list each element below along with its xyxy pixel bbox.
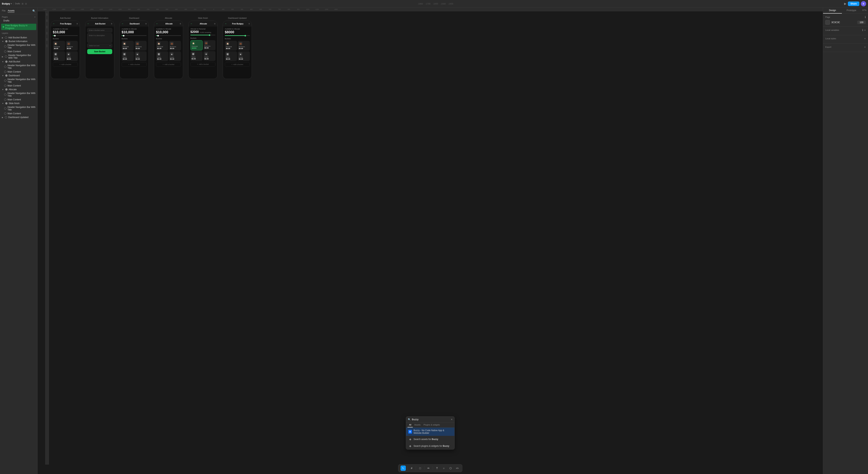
code-tool[interactable]: </> [455, 466, 460, 471]
add-bucket-button[interactable]: +Add a bucket [156, 62, 181, 67]
icon-select-field[interactable]: Select an icon ▾ [87, 43, 112, 48]
save-bucket-button[interactable]: Save Bucket [87, 49, 112, 54]
slider-thumb[interactable] [245, 35, 246, 36]
rect-tool[interactable]: □ [417, 466, 423, 471]
search-input[interactable] [412, 418, 450, 421]
bucket-card[interactable]: ◈Invest$0.00 [204, 51, 216, 61]
bucket-card[interactable]: 🖼Taxes$0.00 [190, 51, 203, 61]
tab-prototype[interactable]: Prototype [842, 7, 861, 13]
local-styles-add-icon[interactable]: + [864, 37, 866, 40]
page-drafts[interactable]: Drafts [2, 19, 35, 23]
bucket-card[interactable]: 🏠Personal$0.00 [122, 41, 134, 51]
search-tab-plugins[interactable]: Plugins & widgets [422, 422, 441, 428]
bucket-card-personal[interactable]: 🏠 Personal $0.00 [53, 41, 65, 51]
slider-track[interactable] [122, 35, 147, 36]
phone-screen[interactable]: ← Allocate ≡ Allocate to Personal $2000 … [188, 21, 217, 79]
slider-thumb[interactable] [123, 35, 124, 36]
export-add-icon[interactable]: + [864, 45, 866, 49]
component-tool[interactable]: ⬡ [448, 466, 453, 471]
back-icon[interactable]: ← [225, 22, 227, 25]
phone-screen[interactable]: ← Allocate ≡ Available to Allocate $10,0… [154, 21, 183, 79]
layer-icon [4, 98, 6, 101]
bucket-name-field[interactable]: Enter a bucket name [87, 28, 112, 33]
phone-screen[interactable]: ← Add Bucket ≡ Enter a bucket name Enter… [85, 21, 114, 79]
menu-icon[interactable]: ≡ [145, 22, 147, 25]
page-color-value[interactable]: 3C3C3C [831, 21, 856, 24]
slider-thumb[interactable] [209, 34, 210, 36]
slider-track[interactable] [225, 35, 250, 36]
add-bucket-button[interactable]: +Add a bucket [190, 62, 215, 66]
bucket-card[interactable]: 💼Business$0.00 [204, 40, 216, 51]
page-color-swatch[interactable] [825, 20, 830, 25]
bucket-card[interactable]: 🖼Taxes$0.00 [156, 51, 168, 61]
menu-icon[interactable]: ≡ [214, 22, 215, 25]
tab-design[interactable]: Design [823, 7, 842, 13]
pen-tool[interactable]: ✏ [426, 466, 431, 471]
back-icon[interactable]: ← [122, 22, 124, 25]
local-variables-info-icon[interactable]: ℹ [862, 29, 863, 32]
bucket-card-invest[interactable]: ◈ Invest $0.00 [66, 51, 78, 61]
back-icon[interactable]: ← [156, 22, 158, 25]
bucket-card[interactable]: 💼Business$0.00 [169, 41, 181, 51]
balance-amount: $10,000 [53, 30, 78, 34]
play-icon[interactable]: ▶ [844, 2, 846, 5]
cursor-tool[interactable]: ↖ [401, 466, 406, 471]
bucket-card[interactable]: ◈Invest$0.00 [134, 51, 147, 61]
search-tab-assets[interactable]: Assets [413, 422, 422, 428]
bucket-card[interactable]: 🖼Taxes$0.00 [122, 51, 134, 61]
bucket-card[interactable]: 🖼Taxes$0.00 [225, 51, 237, 61]
zoom-level[interactable]: 67% [861, 7, 868, 13]
slider-track[interactable] [190, 35, 215, 35]
bucket-card-selected[interactable]: 🏠Personal$2000 [190, 40, 203, 51]
bucket-card[interactable]: 🏠Personal$0.00 [156, 41, 168, 51]
phone-screen[interactable]: ← Free Budgey ≡ Available to Allocate $8… [223, 21, 252, 79]
add-page-button[interactable]: + [34, 16, 35, 18]
menu-icon[interactable]: ≡ [248, 22, 250, 25]
back-icon[interactable]: ← [87, 22, 90, 25]
brand-name[interactable]: Budgey ▾ [2, 2, 12, 5]
bucket-card[interactable]: 🏠Personal$0.00 [225, 41, 237, 51]
bucket-card[interactable]: ◈Invest$0.00 [169, 51, 181, 61]
share-button[interactable]: Share [848, 1, 859, 6]
search-clear-button[interactable]: ✕ [451, 418, 453, 421]
add-bucket-button[interactable]: + Add a bucket [53, 62, 78, 67]
comment-tool[interactable]: ○ [441, 466, 446, 471]
frame-tool[interactable]: # [409, 466, 414, 471]
phone-screen[interactable]: ← Dashboard ≡ Available to Allocate $10,… [120, 21, 149, 79]
menu-icon[interactable]: ≡ [111, 22, 112, 25]
search-result-plugins[interactable]: ◈ Search plugins & widgets for Buzzy [406, 443, 455, 449]
bucket-card-taxes[interactable]: 🖼 Taxes $0.00 [53, 51, 65, 61]
bucket-card[interactable]: ◈Invest$0.00 [238, 51, 250, 61]
page-opacity-input[interactable] [857, 21, 866, 24]
search-icon[interactable]: 🔍 [32, 9, 35, 12]
phone-screen[interactable]: ← Free Budgey ≡ Available to Allocate $1… [51, 21, 80, 79]
slider-track[interactable] [156, 35, 181, 36]
bucket-card-business[interactable]: 💼 Business $0.00 [66, 41, 78, 51]
menu-icon[interactable]: ≡ [76, 22, 78, 25]
search-result-assets[interactable]: ◈ Search assets for Buzzy [406, 436, 455, 443]
bucket-desc-field[interactable]: Enter in a description [87, 33, 112, 43]
tab-assets[interactable]: Assets [8, 9, 14, 12]
text-tool[interactable]: T [434, 466, 440, 471]
local-variables-add-icon[interactable]: + [864, 29, 866, 32]
add-bucket-button[interactable]: +Add a bucket [122, 62, 147, 67]
slider-thumb[interactable] [157, 35, 159, 36]
slider-track[interactable] [53, 35, 78, 36]
highlighted-frame[interactable]: Free Budgey Buzzy In Progress [1, 24, 36, 30]
tools-icon-1[interactable]: ⊞ [22, 2, 24, 5]
frame-dashboard: Dashboard ← Dashboard ≡ Available to All… [120, 17, 149, 79]
search-result-buzzy-plugin[interactable]: B Buzzy - No Code Native App & Website B… [406, 428, 455, 436]
menu-icon[interactable]: ≡ [180, 22, 181, 25]
bucket-card[interactable]: 💼Business$0.00 [134, 41, 147, 51]
back-icon[interactable]: ← [190, 22, 193, 25]
slider-thumb[interactable] [54, 35, 56, 36]
back-icon[interactable]: ← [53, 22, 55, 25]
canvas[interactable]: -1800 -1700 -1600 -1500 -1400 -1300 -120… [38, 7, 823, 474]
avatar[interactable]: B [861, 1, 866, 6]
bucket-card[interactable]: 💼Business$0.00 [238, 41, 250, 51]
tab-file[interactable]: File [2, 9, 5, 12]
search-tab-all[interactable]: All [407, 422, 413, 428]
page-info-icon[interactable]: ℹ [865, 15, 866, 19]
add-bucket-button[interactable]: +Add a bucket [225, 62, 250, 67]
tools-icon-2[interactable]: ⊟ [25, 2, 27, 5]
